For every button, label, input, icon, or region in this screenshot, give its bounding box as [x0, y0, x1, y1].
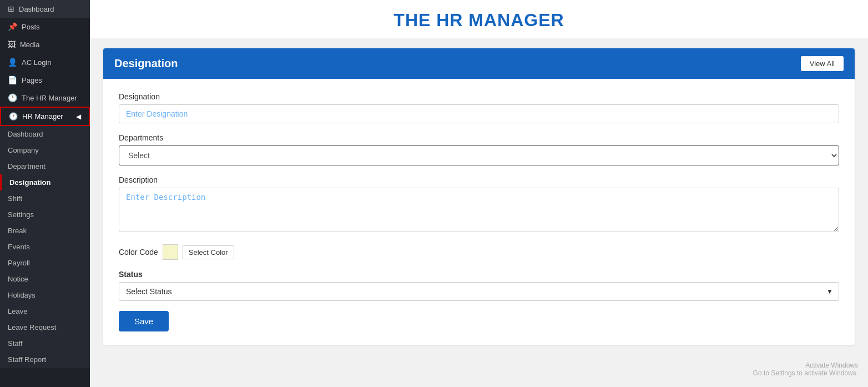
main-content: THE HR MANAGER Designation View All Desi…	[90, 0, 868, 387]
card-header-title: Designation	[114, 57, 178, 70]
media-icon: 🖼	[8, 40, 16, 49]
departments-field-group: Departments Select	[119, 133, 839, 165]
sidebar-sub-leave[interactable]: Leave	[0, 303, 90, 319]
chevron-left-icon: ◀	[76, 113, 81, 120]
sidebar-hr-manager-header[interactable]: 🕐 HR Manager ◀	[0, 107, 90, 126]
departments-label: Departments	[119, 133, 839, 142]
hr-manager-icon: 🕐	[9, 112, 18, 120]
pages-icon: 📄	[8, 76, 17, 84]
sidebar-sub-break[interactable]: Break	[0, 223, 90, 239]
color-swatch	[163, 244, 178, 260]
sidebar-item-dashboard[interactable]: ⊞ Dashboard	[0, 0, 90, 18]
sidebar-item-posts[interactable]: 📌 Posts	[0, 18, 90, 36]
hr-manager-label: HR Manager	[22, 112, 63, 120]
designation-card: Designation View All Designation Departm…	[103, 48, 855, 345]
sidebar-sub-company[interactable]: Company	[0, 142, 90, 158]
sidebar-sub-holidays[interactable]: Holidays	[0, 287, 90, 303]
posts-icon: 📌	[8, 22, 17, 31]
sidebar-sub-designation[interactable]: Designation	[0, 174, 90, 190]
sidebar-sub-department[interactable]: Department	[0, 158, 90, 174]
departments-select[interactable]: Select	[119, 145, 839, 165]
sidebar-sub-payroll[interactable]: Payroll	[0, 255, 90, 271]
card-body: Designation Departments Select Descripti…	[103, 79, 855, 345]
sidebar-sub-leave-request[interactable]: Leave Request	[0, 319, 90, 335]
color-code-label: Color Code	[119, 248, 158, 257]
sidebar-item-aclogin[interactable]: 👤 AC Login	[0, 53, 90, 71]
sidebar-item-aclogin-label: AC Login	[22, 58, 51, 67]
save-button[interactable]: Save	[119, 311, 169, 331]
status-label: Status	[119, 270, 839, 279]
sidebar-sub-events[interactable]: Events	[0, 239, 90, 255]
sidebar-sub-staff-report[interactable]: Staff Report	[0, 351, 90, 368]
status-select-wrapper: Select Status ▼	[119, 282, 839, 301]
description-field-group: Description	[119, 175, 839, 234]
dashboard-icon: ⊞	[8, 4, 14, 13]
page-title: THE HR MANAGER	[90, 10, 868, 31]
sidebar-sub-shift[interactable]: Shift	[0, 190, 90, 207]
sidebar-item-pages[interactable]: 📄 Pages	[0, 71, 90, 89]
color-code-row: Color Code Select Color	[119, 244, 839, 260]
hrmanager-top-icon: 🕐	[8, 93, 17, 102]
sidebar-sub-dashboard[interactable]: Dashboard	[0, 126, 90, 142]
sidebar-item-hrmanager-top-label: The HR Manager	[22, 94, 77, 102]
status-row: Status Select Status ▼	[119, 270, 839, 301]
sidebar-sub-staff[interactable]: Staff	[0, 335, 90, 351]
sidebar-item-pages-label: Pages	[22, 76, 42, 84]
sidebar-item-dashboard-label: Dashboard	[19, 5, 54, 13]
description-textarea[interactable]	[119, 188, 839, 232]
card-header: Designation View All	[103, 48, 855, 79]
designation-input[interactable]	[119, 104, 839, 123]
designation-field-group: Designation	[119, 92, 839, 123]
page-title-bar: THE HR MANAGER	[90, 0, 868, 38]
sidebar-sub-notice[interactable]: Notice	[0, 271, 90, 287]
sidebar-item-media-label: Media	[20, 41, 39, 49]
sidebar-item-hrmanager-top[interactable]: 🕐 The HR Manager	[0, 89, 90, 107]
sidebar-item-posts-label: Posts	[22, 23, 40, 31]
view-all-button[interactable]: View All	[801, 56, 844, 71]
sidebar: ⊞ Dashboard 📌 Posts 🖼 Media 👤 AC Login 📄…	[0, 0, 90, 387]
select-color-button[interactable]: Select Color	[183, 245, 234, 259]
designation-label: Designation	[119, 92, 839, 101]
aclogin-icon: 👤	[8, 58, 17, 67]
sidebar-sub-settings[interactable]: Settings	[0, 207, 90, 223]
status-select[interactable]: Select Status	[119, 283, 839, 300]
description-label: Description	[119, 175, 839, 184]
sidebar-item-media[interactable]: 🖼 Media	[0, 36, 90, 53]
